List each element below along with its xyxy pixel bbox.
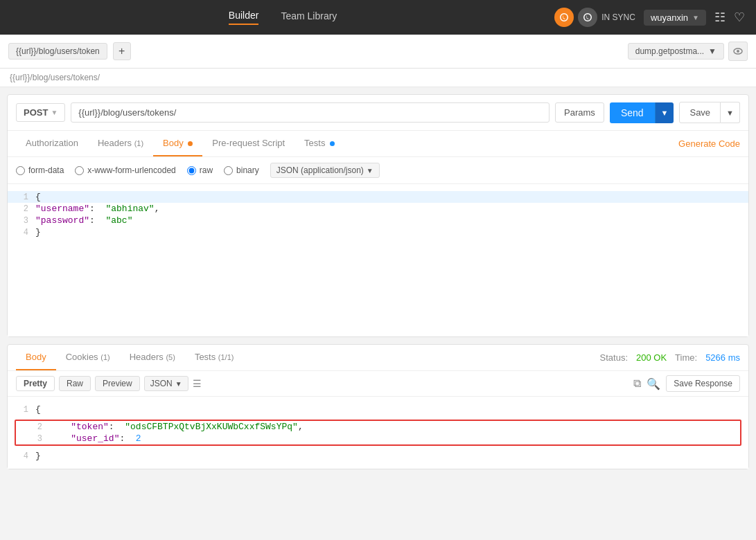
resp-line-3: 3 "user_id": 2 <box>16 433 740 444</box>
url-input[interactable] <box>71 102 550 123</box>
code-line-1: 1 { <box>8 191 748 203</box>
code-line-3: 3 "password": "abc" <box>8 215 748 226</box>
env-dropdown-arrow: ▼ <box>708 46 717 56</box>
username-label: wuyanxin <box>651 12 688 23</box>
breadcrumb: {{url}}/blog/users/tokens/ <box>0 69 756 87</box>
request-tabs: Authorization Headers (1) Body Pre-reque… <box>8 131 748 157</box>
tests-badge <box>330 141 335 146</box>
url-bar-area: {{url}}/blog/users/token + dump.getpostm… <box>0 35 756 69</box>
status-label: Status: <box>600 352 628 363</box>
add-tab-button[interactable]: + <box>113 42 131 60</box>
line-content-4: } <box>35 227 748 237</box>
format-raw-button[interactable]: Raw <box>59 376 91 391</box>
urlencoded-radio[interactable] <box>75 166 84 175</box>
response-toolbar-right: ⧉ 🔍 Save Response <box>633 375 740 392</box>
header-nav: Builder Team Library <box>25 10 540 25</box>
json-type-selector[interactable]: JSON (application/json) ▼ <box>270 163 380 178</box>
line-content-2: "username": "abhinav", <box>35 204 748 214</box>
resp-tab-tests[interactable]: Tests (1/1) <box>185 345 244 370</box>
nav-item-builder[interactable]: Builder <box>229 10 259 25</box>
urlencoded-option[interactable]: x-www-form-urlencoded <box>75 165 175 175</box>
method-arrow: ▼ <box>51 109 58 116</box>
method-dropdown[interactable]: POST ▼ <box>16 103 65 122</box>
tab-authorization[interactable]: Authorization <box>16 131 88 156</box>
resp-num-3: 3 <box>21 434 49 444</box>
resp-content-1: { <box>35 404 748 415</box>
user-menu[interactable]: wuyanxin ▼ <box>644 10 706 26</box>
resp-content-3: "user_id": 2 <box>49 433 735 444</box>
send-button[interactable]: Send <box>610 102 655 123</box>
environment-selector: dump.getpostma... ▼ <box>628 42 748 61</box>
sync-icon-2 <box>578 8 597 27</box>
eye-button[interactable] <box>728 42 748 61</box>
binary-option[interactable]: binary <box>224 165 259 175</box>
resp-line-2: 2 "token": "odsCFBTPxQtvBjXxKUWbCxxfSWsY… <box>16 421 740 433</box>
copy-button[interactable]: ⧉ <box>633 377 641 390</box>
format-preview-button[interactable]: Preview <box>95 376 140 391</box>
request-url-row: POST ▼ Params Send ▼ Save ▼ <box>8 95 748 131</box>
raw-option[interactable]: raw <box>187 165 213 175</box>
save-button[interactable]: Save <box>679 102 721 123</box>
response-code-area: 1 { 2 "token": "odsCFBTPxQtvBjXxKUWbCxxf… <box>8 397 748 469</box>
body-badge <box>188 141 193 146</box>
json-format-arrow: ▼ <box>175 380 182 388</box>
time-label: Time: <box>675 352 697 363</box>
send-button-group: Send ▼ <box>610 102 674 123</box>
nav-item-team-library[interactable]: Team Library <box>281 10 337 24</box>
header-right: IN SYNC wuyanxin ▼ ☷ ♡ <box>554 8 745 27</box>
resp-num-1: 1 <box>8 405 35 415</box>
format-pretty-button[interactable]: Pretty <box>16 376 55 391</box>
app-header: Builder Team Library IN SYNC wuyanxin ▼ … <box>0 0 756 35</box>
binary-radio[interactable] <box>224 166 233 175</box>
line-num-2: 2 <box>8 204 35 214</box>
user-dropdown-arrow: ▼ <box>692 14 699 21</box>
line-content-1: { <box>35 192 748 202</box>
generate-code-button[interactable]: Generate Code <box>678 138 740 149</box>
share-icon[interactable]: ☷ <box>714 10 726 25</box>
raw-radio[interactable] <box>187 166 196 175</box>
resp-num-2: 2 <box>21 422 49 432</box>
method-label: POST <box>24 107 48 118</box>
form-data-option[interactable]: form-data <box>16 165 64 175</box>
form-data-radio[interactable] <box>16 166 25 175</box>
resp-highlighted-block: 2 "token": "odsCFBTPxQtvBjXxKUWbCxxfSWsY… <box>15 420 741 446</box>
environment-dropdown[interactable]: dump.getpostma... ▼ <box>628 43 724 60</box>
breadcrumb-text: {{url}}/blog/users/tokens/ <box>10 73 100 82</box>
tab-tests[interactable]: Tests <box>295 131 344 156</box>
resp-num-4: 4 <box>8 451 35 461</box>
save-dropdown-button[interactable]: ▼ <box>721 102 740 123</box>
json-type-arrow: ▼ <box>367 167 373 174</box>
tab-prerequest[interactable]: Pre-request Script <box>202 131 295 156</box>
save-button-group: Save ▼ <box>679 102 740 123</box>
line-num-4: 4 <box>8 228 35 237</box>
sync-label: IN SYNC <box>601 12 635 22</box>
resp-line-4: 4 } <box>8 450 748 462</box>
save-response-button[interactable]: Save Response <box>666 375 740 392</box>
code-line-4: 4 } <box>8 226 748 238</box>
filter-icon[interactable]: ☰ <box>193 378 202 389</box>
svg-point-1 <box>737 50 739 53</box>
tab-body[interactable]: Body <box>153 131 202 156</box>
tab-headers[interactable]: Headers (1) <box>88 131 153 156</box>
resp-content-4: } <box>35 451 748 461</box>
body-options: form-data x-www-form-urlencoded raw bina… <box>8 157 748 184</box>
send-dropdown-button[interactable]: ▼ <box>655 102 674 123</box>
active-tab[interactable]: {{url}}/blog/users/token <box>8 43 107 60</box>
resp-tab-cookies[interactable]: Cookies (1) <box>56 345 120 370</box>
json-format-label: JSON <box>150 379 173 388</box>
response-toolbar: Pretty Raw Preview JSON ▼ ☰ ⧉ 🔍 Save Res… <box>8 371 748 397</box>
json-format-dropdown[interactable]: JSON ▼ <box>144 376 188 391</box>
params-button[interactable]: Params <box>555 102 604 123</box>
environment-label: dump.getpostma... <box>635 46 704 56</box>
request-code-editor[interactable]: 1 { 2 "username": "abhinav", 3 "password… <box>8 184 748 336</box>
request-section: POST ▼ Params Send ▼ Save ▼ Authorizatio… <box>7 94 749 337</box>
heart-icon[interactable]: ♡ <box>734 10 745 25</box>
response-section: Body Cookies (1) Headers (5) Tests (1/1)… <box>7 344 749 469</box>
line-num-3: 3 <box>8 216 35 226</box>
resp-tab-headers[interactable]: Headers (5) <box>120 345 185 370</box>
status-area: Status: 200 OK Time: 5266 ms <box>600 352 740 363</box>
line-num-1: 1 <box>8 192 35 202</box>
resp-tab-body[interactable]: Body <box>16 345 56 370</box>
time-value: 5266 ms <box>705 352 740 363</box>
search-button[interactable]: 🔍 <box>647 377 660 390</box>
